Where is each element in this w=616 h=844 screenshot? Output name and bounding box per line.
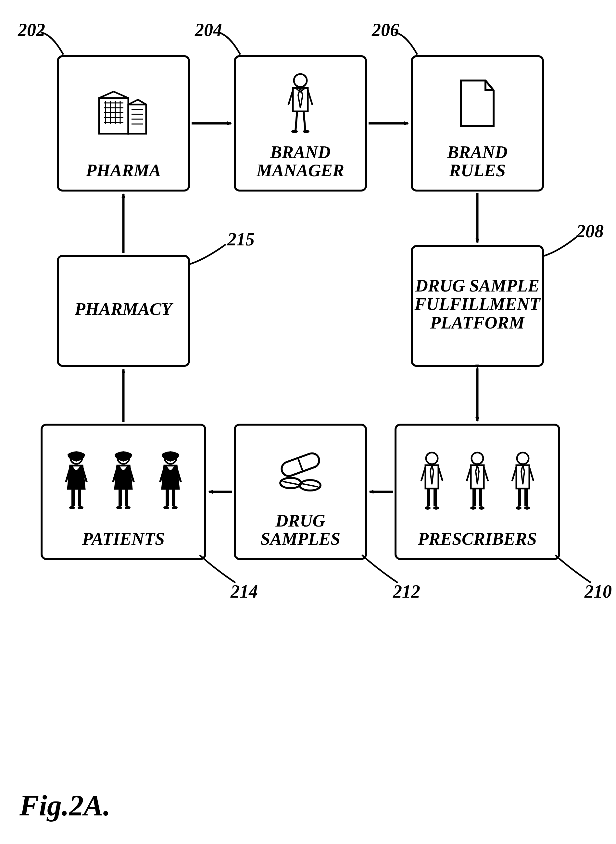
ref-204: 204 [195, 19, 222, 40]
ref-215: 215 [227, 229, 255, 250]
ref-214: 214 [230, 581, 258, 602]
ref-210: 210 [585, 581, 612, 602]
ref-208: 208 [576, 221, 604, 242]
figure-label: Fig.2A. [19, 789, 110, 822]
diagram-canvas: PHARMA BRAND MANAG [0, 0, 616, 844]
leader-215 [185, 242, 230, 274]
ref-202: 202 [18, 19, 45, 40]
ref-212: 212 [393, 581, 420, 602]
ref-206: 206 [372, 19, 399, 40]
arrows [0, 0, 616, 682]
leader-208 [539, 234, 581, 266]
